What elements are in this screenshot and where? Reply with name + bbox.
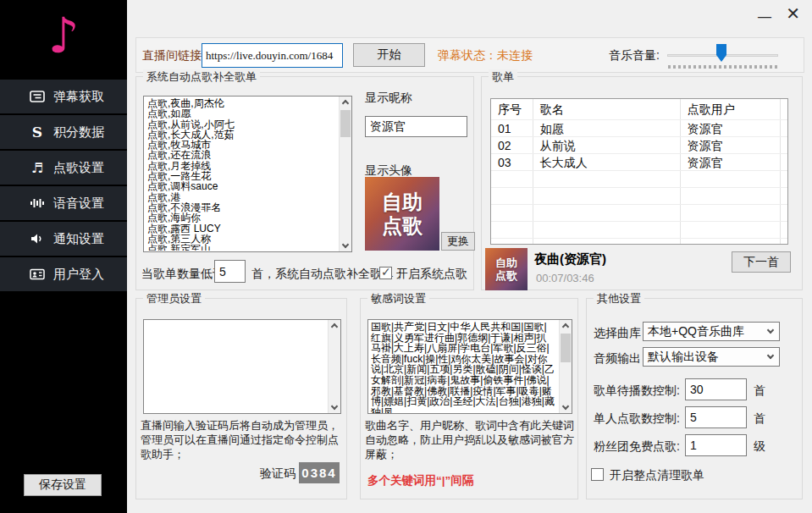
sensitive-words-group: 敏感词设置 国歌|共产党|日文|中华人民共和国|国歌|红旗|义勇军进行曲|郭德纲… [360,298,578,499]
nickname-label: 显示昵称 [365,91,412,106]
cell-filler [781,120,787,136]
sidebar-item-label: 积分数据 [53,124,104,141]
playlist-empty-row [491,222,787,239]
sensitive-words-group-title: 敏感词设置 [367,291,429,306]
sensitive-words-text: 国歌|共产党|日文|中华人民共和国|国歌|红旗|义勇军进行曲|郭德纲|于谦|相声… [368,320,559,414]
hourly-clean-checkbox[interactable] [591,468,604,481]
song-list-item[interactable]: 点歌,海屿你 [147,212,339,223]
sidebar-item-2[interactable]: S积分数据 [0,115,127,149]
sidebar-item-label: 用户登入 [53,267,104,283]
song-list-item[interactable]: 点歌,如愿 [147,108,339,119]
admin-group-title: 管理员设置 [143,291,205,306]
cell-filler [781,239,787,245]
cell-index: 03 [491,154,533,170]
auto-playlist-group-title: 系统自动点歌补全歌单 [143,69,260,85]
sidebar-item-label: 通知设置 [53,231,104,247]
points-icon: S [29,124,46,140]
start-button[interactable]: 开始 [353,43,425,67]
playlist-empty-row [491,171,787,188]
cell-filler [781,205,787,221]
live-link-label: 直播间链接: [142,48,205,63]
admin-description: 直播间输入验证码后将自动成为管理员，管理员可以在直播间通过指定命令控制点歌助手； [141,419,345,462]
scroll-up-icon[interactable] [342,100,349,107]
cell-index [491,171,533,187]
scroll-down-icon[interactable] [342,241,349,248]
system-song-checkbox[interactable] [379,267,392,279]
song-list-item[interactable]: 点歌,新定军山 [147,244,339,251]
scroll-up-icon[interactable] [562,323,569,330]
playlist-empty-row [491,188,787,205]
audio-output-select-value: 默认输出设备 [648,350,719,365]
playlist-table[interactable]: 序号 歌名 点歌用户 01如愿资源官02从前说资源官03长大成人资源官 [490,98,788,245]
minimize-button[interactable]: — [758,8,771,25]
volume-slider-thumb[interactable] [716,44,726,62]
sidebar-item-3[interactable]: ♬点歌设置 [0,151,127,185]
library-select[interactable]: 本地+QQ音乐曲库 [643,322,780,341]
queue-count-unit: 首 [754,383,765,399]
sidebar-item-1[interactable]: 弹幕获取 [0,80,127,113]
scrollbar-thumb[interactable] [561,334,571,362]
scroll-up-icon[interactable] [331,323,338,330]
nickname-input[interactable] [365,116,467,137]
cell-index [491,205,533,221]
scroll-down-icon[interactable] [331,403,338,410]
admin-textarea[interactable] [143,319,341,414]
cell-user [681,171,781,187]
scrollbar-thumb[interactable] [340,110,351,137]
avatar-text-line1: 自助 [382,190,423,214]
column-header-index: 序号 [491,99,533,119]
cell-song: 从前说 [533,137,681,153]
cell-user [681,222,781,238]
app-logo-music-note-icon: ♪ [0,7,127,64]
save-settings-button[interactable]: 保存设置 [24,474,102,496]
live-link-input[interactable] [202,43,343,68]
cell-song [533,188,681,204]
cell-filler [781,222,787,238]
auto-playlist-group: 系统自动点歌补全歌单 点歌,夜曲,周杰伦点歌,如愿点歌,从前说,小阿七点歌,长大… [135,76,474,290]
chevron-down-icon [767,352,774,359]
sensitive-textarea-scrollbar[interactable] [559,320,572,413]
change-avatar-button[interactable]: 更换 [441,232,475,251]
library-select-value: 本地+QQ音乐曲库 [648,324,744,339]
topbar-panel: 直播间链接: 开始 弹幕状态：未连接 音乐音量: [135,37,804,73]
sidebar-item-label: 点歌设置 [53,160,104,176]
song-list-item[interactable]: 点歌,露西 LUCY [147,223,339,234]
sidebar-item-4[interactable]: 语音设置 [0,186,127,220]
column-header-song: 歌名 [533,99,681,119]
queue-count-input[interactable] [685,378,747,400]
playlist-row[interactable]: 01如愿资源官 [491,120,787,137]
now-playing-title: 夜曲(资源官) [534,251,606,268]
cell-filler [781,137,787,153]
chevron-down-icon [767,327,774,334]
admin-group: 管理员设置 直播间输入验证码后将自动成为管理员，管理员可以在直播间通过指定命令控… [135,298,347,499]
audio-output-select[interactable]: 默认输出设备 [643,347,780,367]
next-song-button[interactable]: 下一首 [732,251,791,273]
system-song-checkbox-label: 开启系统点歌 [396,267,467,282]
cell-filler [781,154,787,170]
playlist-row[interactable]: 02从前说资源官 [491,137,787,154]
avatar-text-line2: 点歌 [382,214,423,238]
admin-textarea-scrollbar[interactable] [328,320,340,413]
person-count-input[interactable] [685,406,747,428]
song-list-item[interactable]: 点歌,调料sauce [147,181,339,191]
cell-song [533,205,681,221]
playlist-row[interactable]: 03长大成人资源官 [491,154,787,171]
auto-song-listbox[interactable]: 点歌,夜曲,周杰伦点歌,如愿点歌,从前说,小阿七点歌,长大成人,范茹点歌,牧马城… [143,96,352,252]
close-button[interactable]: ✕ [786,5,800,22]
cell-user [681,188,781,204]
scroll-down-icon[interactable] [562,403,569,410]
fans-free-input[interactable] [685,434,747,456]
other-settings-group-title: 其他设置 [594,291,644,306]
sidebar-item-label: 语音设置 [53,196,104,212]
playlist-empty-row [491,239,787,245]
cell-filler [781,188,787,204]
voice-settings-icon [29,196,46,211]
other-settings-group: 其他设置 选择曲库 本地+QQ音乐曲库 音频输出 默认输出设备 歌单待播数控制:… [586,298,803,499]
song-list-scrollbar[interactable] [339,97,351,251]
sidebar-item-5[interactable]: 通知设置 [0,222,127,256]
person-count-label: 单人点歌数控制: [594,411,680,427]
song-list-item[interactable]: 点歌,还在流浪 [147,150,339,160]
threshold-input[interactable] [214,260,246,283]
sidebar-item-6[interactable]: 用户登入 [0,257,127,291]
sensitive-words-textarea[interactable]: 国歌|共产党|日文|中华人民共和国|国歌|红旗|义勇军进行曲|郭德纲|于谦|相声… [367,319,572,414]
